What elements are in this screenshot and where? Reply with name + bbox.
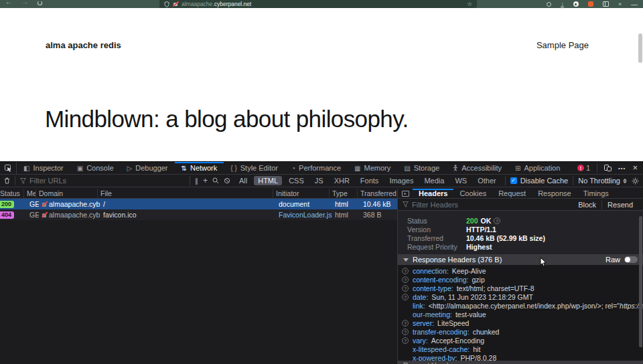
details-tab-request[interactable]: Request	[492, 189, 532, 198]
header-value: PHP/8.0.28	[461, 354, 497, 361]
site-title[interactable]: alma apache redis	[46, 40, 121, 50]
devtools-tab-application[interactable]: ⊞Application	[508, 162, 567, 174]
header-value: Sun, 11 Jun 2023 12:18:29 GMT	[431, 293, 533, 301]
filter-css[interactable]: CSS	[285, 176, 308, 185]
details-tab-timings[interactable]: Timings	[577, 189, 615, 198]
devtools-tab-inspector[interactable]: ◧Inspector	[17, 162, 70, 174]
raw-toggle[interactable]	[624, 256, 638, 263]
header-row: link:<http://almaapache.cyberpanel.net/i…	[398, 301, 643, 310]
filter-urls-input[interactable]: Filter URLs	[20, 177, 185, 185]
devtools-tab-storage[interactable]: ▤Storage	[397, 162, 446, 174]
disable-cache-checkbox[interactable]: ✓ Disable Cache	[510, 177, 569, 185]
nav-link-sample-page[interactable]: Sample Page	[537, 40, 589, 50]
request-row-favicon[interactable]: 404 GE almaapache.cyb… favicon.ico Favic…	[0, 209, 397, 220]
updown-icon	[623, 179, 627, 183]
help-icon[interactable]: ?	[402, 320, 409, 327]
devtools-menu-icon[interactable]: •••	[618, 165, 626, 171]
details-tab-response[interactable]: Response	[532, 189, 577, 198]
network-settings-gear-icon[interactable]	[632, 177, 639, 185]
initiator-cell: document	[276, 199, 332, 209]
forward-icon[interactable]: →	[21, 0, 28, 5]
filter-fonts[interactable]: Fonts	[356, 176, 383, 185]
throttling-dropdown[interactable]: No Throttling	[578, 177, 627, 185]
overflow-chevrons-icon[interactable]: »	[618, 1, 622, 7]
raw-label: Raw	[605, 256, 620, 264]
insecure-lock-icon[interactable]	[173, 1, 178, 7]
page-heading: Mindblown: a blog about philosophy.	[45, 106, 409, 132]
devtools-tab-network[interactable]: ⇅Network	[175, 162, 224, 174]
help-icon[interactable]: ?	[494, 217, 500, 224]
shield-icon[interactable]	[164, 1, 169, 7]
details-scrollbar[interactable]	[639, 216, 642, 347]
sidebar-toggle-icon[interactable]	[603, 1, 609, 7]
details-tab-headers[interactable]: Headers	[413, 189, 453, 198]
header-actions: Block Resend	[573, 199, 638, 210]
details-tab-cookies[interactable]: Cookies	[453, 189, 492, 198]
header-row: ?vary:Accept-Encoding	[398, 336, 643, 345]
help-icon[interactable]: ?	[402, 268, 409, 274]
responsive-mode-icon[interactable]	[604, 165, 612, 171]
filter-all[interactable]: All	[235, 176, 251, 185]
extension-icon-2[interactable]	[588, 1, 593, 7]
header-name: content-type:	[413, 284, 453, 292]
filter-html[interactable]: HTML	[254, 176, 282, 185]
devtools-tab-console[interactable]: ▣Console	[70, 162, 121, 174]
downloads-icon[interactable]: ↓	[561, 1, 564, 7]
filter-headers-placeholder[interactable]: Filter Headers	[412, 201, 458, 209]
devtools-tab-performance[interactable]: ◔Performance	[285, 162, 348, 174]
filter-js[interactable]: JS	[311, 176, 328, 185]
col-domain[interactable]: Domain	[36, 189, 98, 198]
help-icon[interactable]: ?	[402, 337, 409, 344]
devtools-close-icon[interactable]: ×	[632, 165, 638, 171]
clear-requests-icon[interactable]	[4, 177, 10, 184]
url-text[interactable]: almaapache.cyberpanel.net	[182, 1, 251, 7]
bookmark-star-icon[interactable]: ☆	[467, 1, 472, 7]
priority-value: Highest	[466, 243, 492, 251]
devtools-tab-style-editor[interactable]: { }Style Editor	[224, 162, 285, 174]
col-transferred[interactable]: Transferred	[358, 189, 397, 198]
help-icon[interactable]: ?	[402, 329, 409, 335]
insecure-site-icon	[42, 212, 47, 218]
devtools-tab-accessibility[interactable]: Accessibility	[446, 162, 508, 174]
col-initiator[interactable]: Initiator	[273, 189, 330, 198]
minimize-icon[interactable]: —	[631, 1, 638, 8]
storage-icon: ▤	[404, 165, 410, 172]
col-file[interactable]: File	[98, 189, 273, 198]
back-icon[interactable]: ←	[5, 0, 12, 5]
help-icon[interactable]: ?	[402, 294, 409, 300]
col-status[interactable]: Status	[0, 189, 24, 198]
url-bar[interactable]: almaapache.cyberpanel.net ☆	[159, 0, 477, 8]
col-method[interactable]: Method	[24, 189, 36, 198]
extension-icon-1[interactable]	[573, 1, 579, 7]
request-headers-section-partial[interactable]: Request Headers	[398, 361, 643, 364]
block-button[interactable]: Block	[573, 201, 601, 209]
account-icon[interactable]	[547, 2, 551, 7]
filter-other[interactable]: Other	[474, 176, 500, 185]
col-type[interactable]: Type	[330, 189, 358, 198]
element-picker-button[interactable]	[0, 162, 16, 174]
devtools-tab-debugger[interactable]: ▷Debugger	[121, 162, 175, 174]
filter-xhr[interactable]: XHR	[330, 176, 354, 185]
filter-images[interactable]: Images	[385, 176, 417, 185]
initiator-cell[interactable]: FaviconLoader.jsm…	[276, 209, 332, 220]
type-cell: html	[332, 199, 360, 209]
resend-button[interactable]: Resend	[602, 201, 638, 209]
filter-media[interactable]: Media	[420, 176, 448, 185]
block-icon[interactable]	[224, 177, 230, 184]
split-pane-toggle[interactable]: ▸	[398, 189, 413, 198]
page-scrollbar[interactable]	[638, 33, 642, 63]
filter-ws[interactable]: WS	[451, 176, 471, 185]
error-badge[interactable]: !1	[577, 164, 590, 172]
status-badge: 200	[0, 201, 14, 208]
pause-icon[interactable]: ∥	[195, 177, 198, 185]
response-headers-section[interactable]: Response Headers (376 B) Raw	[398, 254, 643, 265]
new-request-icon[interactable]: +	[203, 176, 208, 185]
devtools-tab-memory[interactable]: ▦Memory	[348, 162, 397, 174]
help-icon[interactable]: ?	[402, 276, 409, 283]
request-type-filters: All HTML CSS JS XHR Fonts Images Media W…	[235, 176, 500, 185]
help-icon[interactable]: ?	[402, 285, 409, 292]
request-row-document[interactable]: 200 GE almaapache.cyb… / document html 1…	[0, 199, 397, 209]
screen: ← → almaapache.cyberpanel.net ☆ ↓ » — al…	[0, 0, 643, 364]
reload-icon[interactable]	[38, 1, 42, 5]
search-icon[interactable]	[212, 177, 219, 184]
